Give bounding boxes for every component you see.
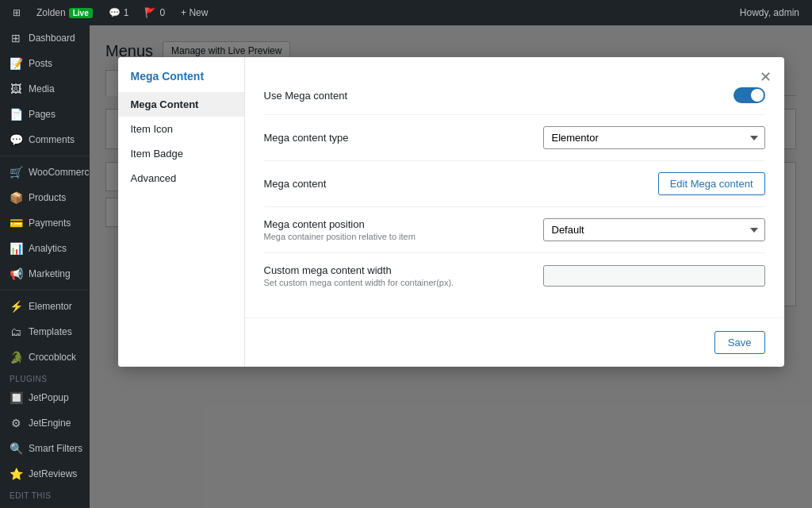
sidebar-item-label: JetPopup bbox=[29, 392, 69, 403]
admin-bar-flags[interactable]: 🚩 0 bbox=[138, 0, 171, 25]
modal-content-wrapper: ✕ Use Mega content bbox=[245, 57, 784, 367]
site-name-text: Zolden bbox=[36, 7, 66, 18]
modal-footer: Save bbox=[245, 318, 784, 367]
mega-content-position-sublabel: Mega container position relative to item bbox=[264, 232, 454, 241]
sidebar: ⊞ Dashboard 📝 Posts 🖼 Media 📄 Pages 💬 Co… bbox=[0, 25, 90, 508]
flag-icon: 🚩 bbox=[144, 7, 156, 18]
custom-mega-width-row: Custom mega content width Set custom meg… bbox=[264, 253, 765, 298]
admin-bar: ⊞ Zolden Live 💬 1 🚩 0 + New Howdy, admin bbox=[0, 0, 812, 25]
sidebar-item-label: Analytics bbox=[29, 243, 67, 254]
jetreviews-icon: ⭐ bbox=[10, 468, 22, 480]
sidebar-item-products[interactable]: 📦 Products bbox=[0, 185, 90, 210]
mega-content-row: Mega content Edit Mega content bbox=[264, 161, 765, 207]
mega-content-type-label: Mega content type bbox=[264, 132, 454, 144]
use-mega-content-toggle[interactable] bbox=[733, 87, 765, 103]
sidebar-item-label: JetEngine bbox=[29, 418, 71, 429]
sidebar-item-jetpopup[interactable]: 🔲 JetPopup bbox=[0, 385, 90, 410]
toggle-slider bbox=[733, 87, 765, 103]
sidebar-item-label: Marketing bbox=[29, 268, 71, 279]
elementor-icon: ⚡ bbox=[10, 300, 22, 313]
sidebar-item-marketing[interactable]: 📢 Marketing bbox=[0, 261, 90, 287]
admin-bar-new[interactable]: + New bbox=[174, 0, 214, 25]
payments-icon: 💳 bbox=[10, 217, 22, 229]
mega-content-modal: Mega Content Mega Content Item Icon Item… bbox=[118, 57, 784, 367]
sidebar-item-label: Posts bbox=[29, 58, 52, 69]
sidebar-item-label: Pages bbox=[29, 109, 56, 120]
admin-bar-comments[interactable]: 💬 1 bbox=[102, 0, 136, 25]
sidebar-item-label: Dashboard bbox=[29, 33, 75, 44]
use-mega-content-label-group: Use Mega content bbox=[264, 90, 454, 102]
mega-content-type-label-group: Mega content type bbox=[264, 132, 454, 144]
sidebar-item-pages[interactable]: 📄 Pages bbox=[0, 102, 90, 127]
edit-mega-content-button[interactable]: Edit Mega content bbox=[658, 172, 765, 195]
custom-mega-width-label-group: Custom mega content width Set custom meg… bbox=[264, 264, 454, 287]
sidebar-item-label: WooCommerce bbox=[29, 167, 90, 178]
sidebar-item-templates[interactable]: 🗂 Templates bbox=[0, 319, 90, 344]
mega-content-type-select[interactable]: Elementor Default Custom bbox=[543, 126, 765, 149]
smartfilters-icon: 🔍 bbox=[10, 442, 22, 455]
mega-content-label: Mega content bbox=[264, 178, 454, 190]
sidebar-item-payments[interactable]: 💳 Payments bbox=[0, 210, 90, 236]
sidebar-item-dashboard[interactable]: ⊞ Dashboard bbox=[0, 25, 90, 51]
media-icon: 🖼 bbox=[10, 83, 22, 95]
woocommerce-icon: 🛒 bbox=[10, 166, 22, 179]
comment-icon: 💬 bbox=[109, 7, 121, 18]
sidebar-item-crocoblock[interactable]: 🐊 Crocoblock bbox=[0, 344, 90, 370]
use-mega-content-control bbox=[454, 87, 765, 103]
use-mega-content-label: Use Mega content bbox=[264, 90, 454, 102]
modal-sidebar-item-icon[interactable]: Item Icon bbox=[118, 117, 244, 141]
sidebar-item-jetreviews[interactable]: ⭐ JetReviews bbox=[0, 461, 90, 487]
modal-sidebar-mega-content[interactable]: Mega Content bbox=[118, 92, 244, 117]
mega-content-position-label: Mega content position bbox=[264, 218, 454, 230]
products-icon: 📦 bbox=[10, 191, 22, 204]
sidebar-item-label: Templates bbox=[29, 326, 72, 337]
custom-mega-width-input[interactable] bbox=[543, 265, 765, 287]
dashboard-icon: ⊞ bbox=[10, 32, 22, 44]
live-badge: Live bbox=[69, 8, 93, 18]
new-label: + New bbox=[181, 7, 208, 18]
sidebar-item-media[interactable]: 🖼 Media bbox=[0, 76, 90, 102]
admin-bar-wp-logo[interactable]: ⊞ bbox=[6, 0, 27, 25]
pages-icon: 📄 bbox=[10, 108, 22, 121]
sidebar-sep-1 bbox=[0, 156, 90, 156]
sidebar-item-woocommerce[interactable]: 🛒 WooCommerce bbox=[0, 160, 90, 185]
mega-content-position-row: Mega content position Mega container pos… bbox=[264, 207, 765, 253]
mega-content-position-control: Default Left Right Center bbox=[454, 218, 765, 241]
modal-close-button[interactable]: ✕ bbox=[760, 70, 772, 84]
sidebar-item-label: Media bbox=[29, 83, 55, 94]
sidebar-item-label: Products bbox=[29, 192, 66, 203]
comments-icon: 💬 bbox=[10, 133, 22, 146]
custom-mega-width-label: Custom mega content width bbox=[264, 264, 454, 276]
admin-bar-site-name[interactable]: Zolden Live bbox=[30, 0, 99, 25]
modal-sidebar-item-badge[interactable]: Item Badge bbox=[118, 141, 244, 166]
mega-content-position-select[interactable]: Default Left Right Center bbox=[543, 218, 765, 241]
wp-icon: ⊞ bbox=[13, 7, 21, 18]
modal-save-button[interactable]: Save bbox=[714, 331, 765, 354]
main-content: Menus Manage with Live Preview Edit Menu… bbox=[90, 25, 812, 508]
jetengine-icon: ⚙ bbox=[10, 417, 22, 429]
flag-count: 0 bbox=[159, 7, 165, 18]
modal-sidebar-advanced[interactable]: Advanced bbox=[118, 166, 244, 190]
modal-sidebar: Mega Content Mega Content Item Icon Item… bbox=[118, 57, 245, 367]
admin-bar-user[interactable]: Howdy, admin bbox=[733, 0, 806, 25]
sidebar-item-smartfilters[interactable]: 🔍 Smart Filters bbox=[0, 436, 90, 461]
sidebar-item-comments[interactable]: 💬 Comments bbox=[0, 127, 90, 152]
modal-overlay: Mega Content Mega Content Item Icon Item… bbox=[90, 25, 812, 508]
sidebar-item-elementor[interactable]: ⚡ Elementor bbox=[0, 294, 90, 319]
analytics-icon: 📊 bbox=[10, 242, 22, 255]
sidebar-item-label: JetReviews bbox=[29, 468, 77, 479]
sidebar-item-stylistservices[interactable]: ✂ Stylist services bbox=[0, 502, 90, 508]
templates-icon: 🗂 bbox=[10, 325, 22, 338]
sidebar-item-analytics[interactable]: 📊 Analytics bbox=[0, 236, 90, 261]
custom-mega-width-sublabel: Set custom mega content width for contai… bbox=[264, 278, 454, 287]
use-mega-content-row: Use Mega content bbox=[264, 76, 765, 115]
sidebar-item-posts[interactable]: 📝 Posts bbox=[0, 51, 90, 76]
mega-content-type-row: Mega content type Elementor Default Cust… bbox=[264, 115, 765, 161]
comment-count: 1 bbox=[124, 7, 129, 18]
mega-content-control: Edit Mega content bbox=[454, 172, 765, 195]
sidebar-item-label: Crocoblock bbox=[29, 352, 76, 363]
sidebar-item-label: Smart Filters bbox=[29, 443, 82, 454]
mega-content-label-group: Mega content bbox=[264, 178, 454, 190]
sidebar-sep-2 bbox=[0, 290, 90, 291]
sidebar-item-jetengine[interactable]: ⚙ JetEngine bbox=[0, 410, 90, 436]
